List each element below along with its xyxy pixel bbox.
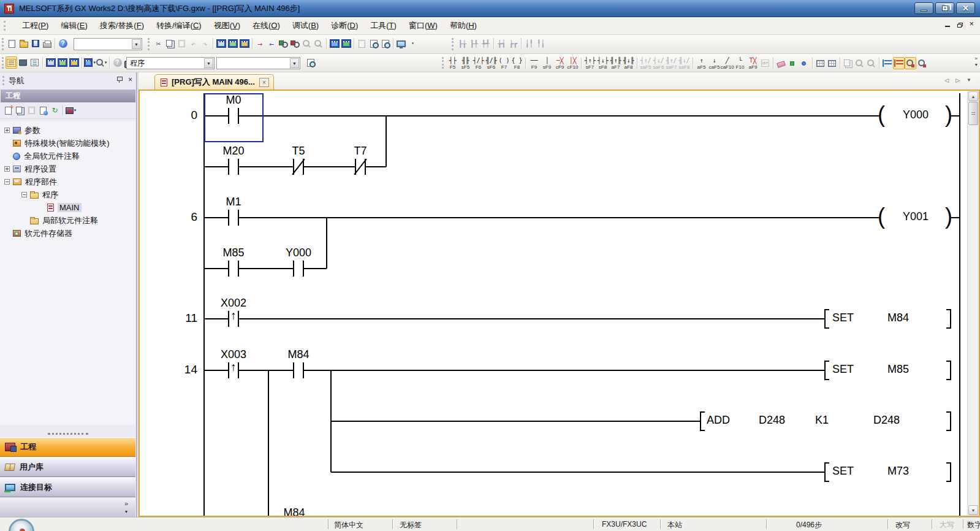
ladder-edit-active-icon[interactable] [893, 57, 905, 69]
toolbar1-overflow-icon[interactable]: ▾ [407, 37, 419, 50]
nav-new-icon[interactable] [2, 104, 14, 117]
ladder-instruction[interactable]: D248 [873, 414, 900, 427]
quick-access-combo[interactable]: ▼ [74, 38, 142, 50]
ladder-symbol-aF9-button[interactable]: T╳aF9 [746, 57, 759, 70]
ladder-symbol-cF9-button[interactable]: ─╳cF9 [553, 57, 566, 70]
ladder-symbol-sF8-button[interactable]: ┤↓├sF8 [596, 57, 609, 70]
ladder-symbol-caF10-button[interactable]: ╱caF10 [721, 57, 734, 70]
device-display-icon[interactable]: ▾ [84, 56, 96, 69]
nav-info-icon[interactable] [37, 104, 49, 117]
contact-bar[interactable] [303, 362, 304, 378]
window-combo-dropdown-icon[interactable]: ▼ [290, 58, 299, 68]
device-batch-monitor-icon[interactable] [329, 37, 340, 50]
device-memory-icon[interactable] [227, 37, 238, 50]
nav-close-icon[interactable]: × [128, 77, 132, 83]
program-doc-read-icon[interactable] [379, 37, 391, 50]
help-icon[interactable]: ? [57, 37, 69, 50]
wiring-blue-icon[interactable] [881, 57, 893, 69]
nav-filter-icon-dropdown[interactable]: ▾ [74, 108, 77, 113]
tree-item-parameter[interactable]: +参数 [0, 124, 135, 137]
device-batch-icon[interactable] [68, 56, 80, 69]
ladder-contact[interactable] [229, 267, 238, 270]
tree-expander-icon[interactable]: + [4, 128, 10, 133]
device-comment-display-icon[interactable] [45, 56, 56, 69]
find-device-icon[interactable]: ▾ [96, 56, 107, 69]
new-file-icon[interactable] [6, 37, 18, 50]
ladder-symbol-caF5-button[interactable]: ↓caF5 [708, 57, 721, 70]
ladder-edit-gray-2-icon[interactable]: ┢┲ [507, 37, 519, 50]
remote-monitor-icon[interactable] [395, 37, 407, 50]
ladder-instruction[interactable]: SET [832, 311, 854, 324]
tree-item-special-module[interactable]: 特殊模块(智能功能模块) [0, 137, 135, 150]
menu-item-debug[interactable]: 调试(B) [286, 18, 325, 34]
device-init-icon[interactable] [238, 37, 250, 50]
device-comment-icon[interactable] [215, 37, 227, 50]
tree-item-program[interactable]: −程序 [0, 188, 135, 201]
ladder-contact[interactable] [294, 267, 303, 270]
zoom-doc-icon[interactable] [305, 56, 316, 69]
remote-operation-icon[interactable] [289, 37, 301, 50]
cut-icon[interactable]: ✂ [153, 37, 164, 50]
tree-expander-icon[interactable]: − [21, 192, 27, 197]
ladder-symbol-F6-button[interactable]: ┤/├F6 [472, 57, 485, 70]
contact-bar[interactable] [238, 159, 239, 175]
ladder-symbol-F7-button[interactable]: ( )F7 [498, 57, 511, 70]
restore-button[interactable] [935, 2, 954, 14]
ladder-coil[interactable]: Y000 [891, 109, 940, 121]
selection-cursor[interactable] [204, 93, 264, 142]
ladder-instruction[interactable]: K1 [815, 414, 829, 427]
write-to-plc-icon[interactable]: → [254, 37, 266, 50]
ladder-editor[interactable]: M0M20T5T7M1M85Y000X002↑X003↑M84()Y000()Y… [140, 91, 967, 516]
menu-item-tools[interactable]: 工具(T) [364, 18, 403, 34]
print-icon[interactable] [41, 37, 53, 50]
mdi-restore-button[interactable] [957, 21, 962, 29]
find-device-icon-dropdown[interactable]: ▾ [105, 60, 107, 65]
menu-item-view[interactable]: 视图(V) [208, 18, 246, 34]
contact-bar[interactable] [238, 210, 239, 226]
menu-item-diagnostics[interactable]: 诊断(D) [325, 18, 364, 34]
ladder-symbol-sF5-button[interactable]: ╢╟sF5 [459, 57, 472, 70]
scroll-up-icon[interactable]: ▲ [968, 91, 978, 101]
ladder-symbol-aF7-button[interactable]: ╢↑╟aF7 [609, 57, 622, 70]
nav-more-button[interactable]: » ▾ [124, 500, 128, 516]
contact-bar[interactable] [293, 261, 294, 277]
scroll-down-icon[interactable]: ▼ [968, 505, 978, 515]
menu-item-project[interactable]: 工程(P) [16, 18, 55, 34]
tree-item-pou[interactable]: −程序部件 [0, 175, 135, 188]
scrollbar-thumb[interactable] [968, 102, 978, 125]
edit-eraser-icon[interactable] [775, 57, 787, 69]
close-button[interactable]: ✕ [956, 2, 975, 14]
device-table-2-icon[interactable] [826, 57, 838, 69]
tree-item-main[interactable]: MAIN [0, 201, 135, 214]
ladder-symbol-F8-button[interactable]: { }F8 [511, 57, 523, 70]
verify-with-plc-icon[interactable] [278, 37, 289, 50]
ladder-search-2-icon[interactable] [916, 57, 928, 69]
copy-icon[interactable] [164, 37, 176, 50]
ladder-wave-gray-2-icon[interactable]: ╿╽ [535, 37, 547, 50]
ladder-instruction[interactable]: M85 [887, 363, 909, 376]
contact-bar[interactable] [293, 362, 294, 378]
ladder-symbol-aF8-button[interactable]: ╢↓╟aF8 [622, 57, 635, 70]
nav-copy-icon[interactable] [14, 104, 26, 117]
tree-item-global-comment[interactable]: 全局软元件注释 [0, 150, 135, 162]
tree-item-device-memory[interactable]: 软元件存储器 [0, 227, 135, 240]
target-combo[interactable]: 程序 ▼ [126, 57, 215, 69]
contact-bar[interactable] [228, 159, 229, 175]
ladder-coil[interactable]: Y001 [891, 210, 940, 223]
coil-eraser-icon[interactable] [799, 57, 810, 69]
nav-filter-icon[interactable]: ▾ [65, 104, 77, 117]
ladder-instruction[interactable]: D248 [759, 414, 785, 427]
minimize-button[interactable] [914, 2, 933, 14]
function-block-icon[interactable] [17, 56, 29, 69]
ladder-instruction[interactable]: SET [832, 363, 854, 376]
output-window-icon[interactable] [29, 56, 40, 69]
contact-eraser-icon[interactable] [787, 57, 799, 69]
menu-item-online[interactable]: 在线(O) [246, 18, 286, 34]
ladder-symbol-sF9-button[interactable]: │sF9 [541, 57, 553, 70]
device-test-icon[interactable] [340, 37, 352, 50]
tab-scroll-right-icon[interactable]: ▷ [955, 77, 960, 83]
tab-main-program[interactable]: [PRG]写入 MAIN 496... × [154, 74, 274, 90]
tree-item-local-comment[interactable]: 局部软元件注释 [0, 214, 135, 227]
nav-refresh-icon[interactable]: ↻ [49, 104, 61, 117]
tree-expander-icon[interactable]: − [4, 179, 10, 185]
